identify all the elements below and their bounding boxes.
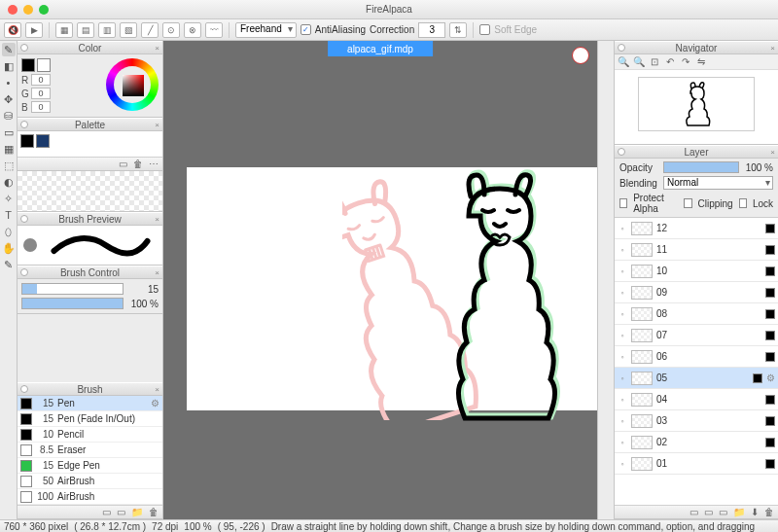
- nav-zoom-in-icon[interactable]: 🔍: [617, 56, 630, 68]
- panel-close-icon[interactable]: ×: [155, 385, 159, 394]
- protect-alpha-checkbox[interactable]: [619, 198, 627, 208]
- antialiasing-checkbox[interactable]: ✓: [301, 24, 311, 35]
- brush-size-slider[interactable]: [21, 283, 124, 295]
- brush-opacity-slider[interactable]: [21, 298, 124, 309]
- visibility-icon[interactable]: ◦: [618, 245, 627, 255]
- correction-value[interactable]: 3: [418, 22, 445, 38]
- text-tool-icon[interactable]: T: [2, 208, 16, 222]
- blending-select[interactable]: Normal: [663, 176, 773, 190]
- brush-dup-icon[interactable]: ▭: [117, 507, 125, 517]
- visibility-icon[interactable]: ◦: [618, 459, 627, 469]
- delete-palette-icon[interactable]: 🗑: [133, 159, 143, 169]
- bg-color-swatch[interactable]: [37, 58, 51, 72]
- layer-new-icon[interactable]: ▭: [690, 507, 698, 517]
- move-tool-icon[interactable]: ✥: [2, 92, 16, 106]
- panel-close-icon[interactable]: ×: [155, 268, 159, 277]
- visibility-icon[interactable]: ◦: [618, 288, 627, 298]
- brush-list-item[interactable]: 15Edge Pen: [18, 458, 162, 474]
- hand-tool-icon[interactable]: ✋: [2, 241, 16, 255]
- panel-close-icon[interactable]: ×: [155, 121, 159, 129]
- layer-row[interactable]: ◦07: [615, 325, 778, 346]
- grid2-icon[interactable]: ▤: [77, 22, 94, 38]
- brush-list-item[interactable]: 10Pencil: [18, 427, 162, 443]
- visibility-icon[interactable]: ◦: [618, 395, 627, 405]
- layer-row[interactable]: ◦03: [615, 410, 778, 432]
- visibility-icon[interactable]: ◦: [618, 438, 627, 447]
- layer-row[interactable]: ◦10: [615, 261, 778, 282]
- layer-row[interactable]: ◦08: [615, 303, 778, 325]
- stepper-icon[interactable]: ⇅: [449, 22, 467, 38]
- brush-list-item[interactable]: 100AirBrush: [18, 489, 162, 505]
- ruler3-icon[interactable]: ⊗: [184, 22, 201, 38]
- nav-rotate-r-icon[interactable]: ↷: [679, 56, 692, 68]
- ruler2-icon[interactable]: ⊙: [162, 22, 180, 38]
- layer-row[interactable]: ◦01: [615, 453, 778, 475]
- gear-icon[interactable]: ⚙: [151, 398, 159, 408]
- gear-icon[interactable]: ⚙: [766, 372, 775, 383]
- brush-list-item[interactable]: 8.5Eraser: [18, 443, 162, 458]
- panel-close-icon[interactable]: ×: [155, 215, 159, 224]
- color-wheel[interactable]: [106, 58, 159, 111]
- draw-mode-select[interactable]: Freehand: [235, 22, 297, 38]
- document-tab[interactable]: alpaca_gif.mdp: [328, 41, 433, 56]
- panel-close-icon[interactable]: ×: [770, 44, 775, 53]
- color-square[interactable]: [123, 75, 144, 96]
- g-input[interactable]: 0: [31, 88, 51, 99]
- palette-swatch[interactable]: [36, 134, 50, 148]
- layer-merge-icon[interactable]: ⬇: [751, 507, 759, 517]
- layer-row[interactable]: ◦05⚙: [615, 368, 778, 389]
- select-tool-icon[interactable]: ⬚: [2, 159, 16, 172]
- layer-trash-icon[interactable]: 🗑: [764, 507, 774, 517]
- canvas[interactable]: [187, 167, 597, 410]
- layer-row[interactable]: ◦04: [615, 389, 778, 410]
- visibility-icon[interactable]: ◦: [618, 331, 627, 340]
- visibility-icon[interactable]: ◦: [618, 352, 627, 362]
- canvas-viewport[interactable]: alpaca_gif.mdp: [163, 41, 597, 519]
- brush-list-item[interactable]: 50AirBrush: [18, 474, 162, 489]
- ruler1-icon[interactable]: ╱: [141, 22, 159, 38]
- brush-trash-icon[interactable]: 🗑: [149, 507, 159, 517]
- layer-row[interactable]: ◦12: [615, 218, 778, 239]
- softedge-checkbox[interactable]: ✓: [479, 24, 490, 35]
- brush-list-item[interactable]: 15Pen⚙: [18, 396, 162, 411]
- nav-flip-icon[interactable]: ⇋: [694, 56, 708, 68]
- layer-dup-icon[interactable]: ▭: [719, 507, 727, 517]
- eyedropper-tool-icon[interactable]: ✎: [2, 258, 16, 271]
- curve-icon[interactable]: 〰: [205, 22, 223, 38]
- sound-toggle-icon[interactable]: 🔇: [4, 22, 21, 38]
- dot-tool-icon[interactable]: •: [2, 76, 16, 89]
- grid4-icon[interactable]: ▧: [120, 22, 137, 38]
- brush-tool-icon[interactable]: ✎: [2, 43, 16, 56]
- shape-tool-icon[interactable]: ⬯: [2, 225, 16, 238]
- palette-menu-icon[interactable]: ⋯: [149, 159, 159, 169]
- layer-row[interactable]: ◦06: [615, 346, 778, 368]
- grid1-icon[interactable]: ▦: [55, 22, 73, 38]
- nav-rotate-l-icon[interactable]: ↶: [663, 56, 677, 68]
- b-input[interactable]: 0: [31, 101, 51, 113]
- gradient-tool-icon[interactable]: ▦: [2, 142, 16, 156]
- brush-list-item[interactable]: 15Pen (Fade In/Out): [18, 411, 162, 427]
- layer-opacity-slider[interactable]: [663, 161, 739, 173]
- lock-checkbox[interactable]: [739, 198, 747, 208]
- r-input[interactable]: 0: [31, 74, 51, 86]
- play-icon[interactable]: ▶: [25, 22, 43, 38]
- layer-folder-icon[interactable]: 📁: [733, 507, 745, 517]
- visibility-icon[interactable]: ◦: [618, 224, 627, 233]
- bucket-tool-icon[interactable]: ▭: [2, 125, 16, 139]
- palette-swatch[interactable]: [20, 134, 34, 148]
- panel-close-icon[interactable]: ×: [155, 44, 159, 53]
- fg-color-swatch[interactable]: [21, 58, 35, 72]
- visibility-icon[interactable]: ◦: [618, 266, 627, 276]
- lasso-tool-icon[interactable]: ◐: [2, 175, 16, 189]
- clipping-checkbox[interactable]: [684, 198, 691, 208]
- eraser-tool-icon[interactable]: ◧: [2, 59, 16, 73]
- nav-zoom-out-icon[interactable]: 🔍: [632, 56, 646, 68]
- visibility-icon[interactable]: ◦: [618, 373, 627, 383]
- visibility-icon[interactable]: ◦: [618, 309, 627, 319]
- layer-new2-icon[interactable]: ▭: [704, 507, 713, 517]
- layer-row[interactable]: ◦02: [615, 432, 778, 453]
- panel-close-icon[interactable]: ×: [770, 148, 775, 157]
- brush-add-icon[interactable]: ▭: [102, 507, 111, 517]
- layer-row[interactable]: ◦09: [615, 282, 778, 303]
- brush-folder-icon[interactable]: 📁: [131, 507, 143, 517]
